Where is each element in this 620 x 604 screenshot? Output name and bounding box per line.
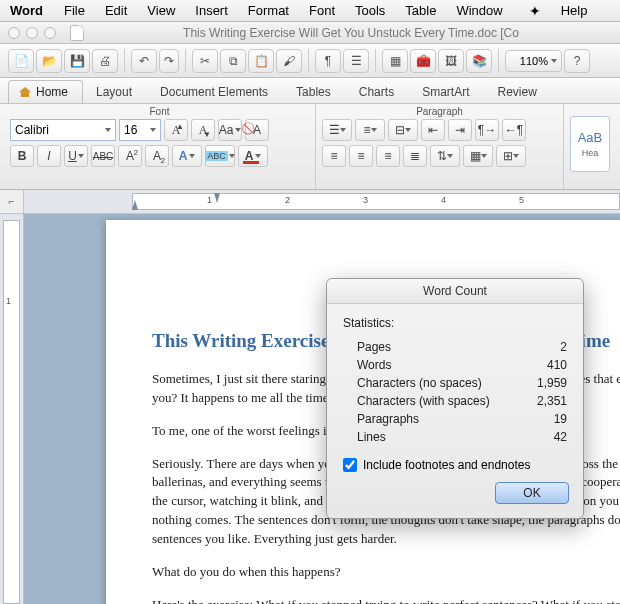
zoom-window-icon[interactable] xyxy=(44,27,56,39)
align-right-button[interactable]: ≡ xyxy=(376,145,400,167)
menu-window[interactable]: Window xyxy=(447,3,511,18)
menu-file[interactable]: File xyxy=(55,3,94,18)
open-button[interactable]: 📂 xyxy=(36,49,62,73)
show-hide-button[interactable]: ¶ xyxy=(315,49,341,73)
chevron-down-icon xyxy=(189,154,195,158)
ribbon-body: Font Calibri 16 A▲ A▼ Aa A⃠ B I U ABC A2… xyxy=(0,104,620,190)
menu-tools[interactable]: Tools xyxy=(346,3,394,18)
tab-smartart[interactable]: SmartArt xyxy=(411,80,484,103)
multilevel-button[interactable]: ⊟ xyxy=(388,119,418,141)
ltr-button[interactable]: ¶→ xyxy=(475,119,499,141)
new-doc-button[interactable]: 📄 xyxy=(8,49,34,73)
script-menu-icon[interactable]: ✦ xyxy=(520,3,550,19)
highlight-button[interactable]: ABC xyxy=(205,145,235,167)
stat-row-lines: Lines42 xyxy=(357,428,567,446)
font-color-button[interactable]: A xyxy=(238,145,268,167)
tab-review[interactable]: Review xyxy=(486,80,551,103)
shading-button[interactable]: ▦ xyxy=(463,145,493,167)
bold-button[interactable]: B xyxy=(10,145,34,167)
zoom-control[interactable] xyxy=(505,50,562,72)
justify-button[interactable]: ≣ xyxy=(403,145,427,167)
toolbox-button[interactable]: 🧰 xyxy=(410,49,436,73)
chevron-down-icon xyxy=(481,154,487,158)
copy-button[interactable]: ⧉ xyxy=(220,49,246,73)
italic-button[interactable]: I xyxy=(37,145,61,167)
superscript-button[interactable]: A2 xyxy=(118,145,142,167)
align-center-button[interactable]: ≡ xyxy=(349,145,373,167)
print-button[interactable]: 🖨 xyxy=(92,49,118,73)
zoom-input[interactable] xyxy=(510,55,548,67)
change-case-button[interactable]: Aa xyxy=(218,119,242,141)
paste-button[interactable]: 📋 xyxy=(248,49,274,73)
document-paragraph[interactable]: Here's the exercise: What if you stopped… xyxy=(152,596,620,604)
dialog-title: Word Count xyxy=(327,279,583,304)
save-button[interactable]: 💾 xyxy=(64,49,90,73)
font-size-select[interactable]: 16 xyxy=(119,119,161,141)
stat-row-words: Words410 xyxy=(357,356,567,374)
text-effects-button[interactable]: A xyxy=(172,145,202,167)
clear-formatting-button[interactable]: A⃠ xyxy=(245,119,269,141)
window-title: This Writing Exercise Will Get You Unstu… xyxy=(90,26,612,40)
tab-charts[interactable]: Charts xyxy=(348,80,409,103)
media-button[interactable]: 🖼 xyxy=(438,49,464,73)
line-spacing-button[interactable]: ⇅ xyxy=(430,145,460,167)
horizontal-ruler[interactable]: 1 2 3 4 5 xyxy=(24,190,620,213)
shrink-font-button[interactable]: A▼ xyxy=(191,119,215,141)
decrease-indent-button[interactable]: ⇤ xyxy=(421,119,445,141)
menu-insert[interactable]: Insert xyxy=(186,3,237,18)
redo-button[interactable]: ↷ xyxy=(159,49,179,73)
close-window-icon[interactable] xyxy=(8,27,20,39)
window-titlebar: This Writing Exercise Will Get You Unstu… xyxy=(0,22,620,44)
subscript-button[interactable]: A2 xyxy=(145,145,169,167)
chevron-down-icon xyxy=(235,128,241,132)
ok-button[interactable]: OK xyxy=(495,482,569,504)
menu-help[interactable]: Help xyxy=(552,3,597,18)
chevron-down-icon xyxy=(229,154,235,158)
chevron-down-icon xyxy=(405,128,411,132)
menu-view[interactable]: View xyxy=(138,3,184,18)
numbering-button[interactable]: ≡ xyxy=(355,119,385,141)
include-footnotes-label: Include footnotes and endnotes xyxy=(363,458,530,472)
tab-selector[interactable]: ⌐ xyxy=(0,190,24,213)
font-name-select[interactable]: Calibri xyxy=(10,119,116,141)
rtl-button[interactable]: ←¶ xyxy=(502,119,526,141)
format-painter-button[interactable]: 🖌 xyxy=(276,49,302,73)
undo-button[interactable]: ↶ xyxy=(131,49,157,73)
group-label-paragraph: Paragraph xyxy=(322,106,557,117)
chevron-down-icon xyxy=(340,128,346,132)
tab-home[interactable]: Home xyxy=(8,80,83,103)
include-footnotes-checkbox[interactable] xyxy=(343,458,357,472)
vertical-ruler[interactable]: 1 xyxy=(0,214,24,604)
minimize-window-icon[interactable] xyxy=(26,27,38,39)
chevron-down-icon xyxy=(105,128,111,132)
standard-toolbar: 📄 📂 💾 🖨 ↶ ↷ ✂ ⧉ 📋 🖌 ¶ ☰ ▦ 🧰 🖼 📚 ? xyxy=(0,44,620,78)
document-paragraph[interactable]: What do you do when this happens? xyxy=(152,563,620,582)
gallery-button[interactable]: ▦ xyxy=(382,49,408,73)
mac-menubar: Word File Edit View Insert Format Font T… xyxy=(0,0,620,22)
chevron-down-icon xyxy=(447,154,453,158)
underline-button[interactable]: U xyxy=(64,145,88,167)
bullets-button[interactable]: ☰ xyxy=(322,119,352,141)
style-preview[interactable]: AaB Hea xyxy=(570,116,610,172)
menu-format[interactable]: Format xyxy=(239,3,298,18)
borders-button[interactable]: ⊞ xyxy=(496,145,526,167)
help-button[interactable]: ? xyxy=(564,49,590,73)
reference-button[interactable]: 📚 xyxy=(466,49,492,73)
group-label-font: Font xyxy=(10,106,309,117)
align-left-button[interactable]: ≡ xyxy=(322,145,346,167)
menu-edit[interactable]: Edit xyxy=(96,3,136,18)
menu-table[interactable]: Table xyxy=(396,3,445,18)
chevron-down-icon xyxy=(551,59,557,63)
chevron-down-icon xyxy=(150,128,156,132)
tab-document-elements[interactable]: Document Elements xyxy=(149,80,283,103)
tab-layout[interactable]: Layout xyxy=(85,80,147,103)
traffic-lights xyxy=(8,27,56,39)
menu-font[interactable]: Font xyxy=(300,3,344,18)
chevron-down-icon xyxy=(371,128,377,132)
cut-button[interactable]: ✂ xyxy=(192,49,218,73)
strikethrough-button[interactable]: ABC xyxy=(91,145,115,167)
tab-tables[interactable]: Tables xyxy=(285,80,346,103)
increase-indent-button[interactable]: ⇥ xyxy=(448,119,472,141)
nav-pane-button[interactable]: ☰ xyxy=(343,49,369,73)
grow-font-button[interactable]: A▲ xyxy=(164,119,188,141)
